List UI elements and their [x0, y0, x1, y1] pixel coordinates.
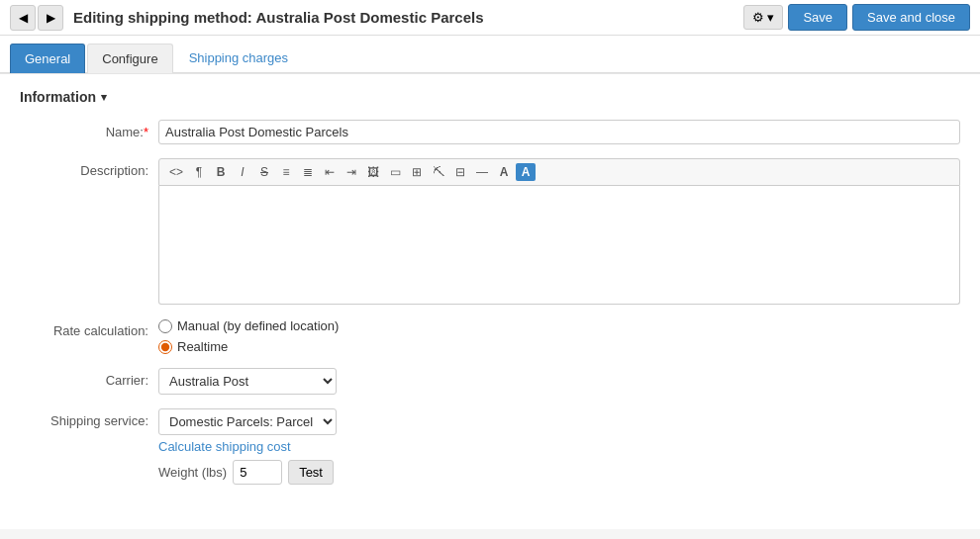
editor-toolbar: <> ¶ B I S ≡ ≣ ⇤ ⇥ 🖼 ▭ ⊞ ⛏ ⊟ — A A: [158, 158, 960, 186]
description-row: Description: <> ¶ B I S ≡ ≣ ⇤ ⇥ 🖼 ▭ ⊞ ⛏ …: [20, 158, 960, 305]
weight-input[interactable]: [233, 460, 282, 485]
name-label: Name:*: [20, 120, 158, 139]
rate-calc-row: Rate calculation: Manual (by defined loc…: [20, 318, 960, 354]
section-label: Information: [20, 89, 96, 105]
carrier-select[interactable]: Australia Post DHL FedEx UPS: [158, 368, 337, 395]
header: ◀ ▶ Editing shipping method: Australia P…: [0, 0, 980, 36]
gear-icon: ⚙: [752, 10, 764, 25]
rate-manual-label: Manual (by defined location): [177, 318, 339, 333]
tab-configure[interactable]: Configure: [87, 44, 172, 73]
description-field-wrap: <> ¶ B I S ≡ ≣ ⇤ ⇥ 🖼 ▭ ⊞ ⛏ ⊟ — A A: [158, 158, 960, 305]
nav-buttons: ◀ ▶: [10, 5, 63, 31]
editor-align-right-btn[interactable]: ⇥: [342, 163, 361, 181]
page-title: Editing shipping method: Australia Post …: [73, 9, 743, 26]
shipping-service-wrap: Domestic Parcels: Parcel Post Express Po…: [158, 408, 960, 485]
rate-realtime-radio[interactable]: [158, 340, 172, 354]
editor-paragraph-btn[interactable]: ¶: [189, 163, 209, 181]
rate-calc-wrap: Manual (by defined location) Realtime: [158, 318, 960, 354]
name-input[interactable]: [158, 120, 960, 144]
save-button[interactable]: Save: [788, 4, 847, 31]
nav-back-icon: ◀: [19, 11, 28, 25]
name-required: *: [144, 125, 148, 139]
test-button[interactable]: Test: [288, 460, 334, 485]
weight-row: Weight (lbs) Test: [158, 460, 960, 485]
editor-strikethrough-btn[interactable]: S: [254, 163, 274, 181]
editor-align-left-btn[interactable]: ⇤: [320, 163, 340, 181]
save-close-button[interactable]: Save and close: [852, 4, 970, 31]
rate-realtime-radio-item[interactable]: Realtime: [158, 339, 960, 354]
tab-general[interactable]: General: [10, 44, 85, 73]
carrier-label: Carrier:: [20, 368, 158, 388]
content-area: Information ▾ Name:* Description: <> ¶ B…: [0, 74, 980, 529]
carrier-row: Carrier: Australia Post DHL FedEx UPS: [20, 368, 960, 395]
header-actions: ⚙ ▾ Save Save and close: [743, 4, 970, 31]
description-label: Description:: [20, 158, 158, 178]
nav-forward-button[interactable]: ▶: [38, 5, 63, 31]
editor-bold-btn[interactable]: B: [211, 163, 231, 181]
editor-link-btn[interactable]: ⛏: [429, 163, 448, 181]
carrier-wrap: Australia Post DHL FedEx UPS: [158, 368, 960, 395]
editor-font-btn[interactable]: A: [494, 163, 514, 181]
rate-manual-radio-item[interactable]: Manual (by defined location): [158, 318, 960, 333]
rate-calc-radio-group: Manual (by defined location) Realtime: [158, 318, 960, 354]
shipping-service-label: Shipping service:: [20, 408, 158, 428]
tab-shipping-charges[interactable]: Shipping charges: [175, 44, 302, 73]
section-collapse-arrow[interactable]: ▾: [101, 91, 107, 104]
nav-back-button[interactable]: ◀: [10, 5, 36, 31]
editor-justify-btn[interactable]: ⊟: [450, 163, 470, 181]
shipping-service-select[interactable]: Domestic Parcels: Parcel Post Express Po…: [158, 408, 337, 435]
editor-italic-btn[interactable]: I: [233, 163, 252, 181]
calculate-shipping-link[interactable]: Calculate shipping cost: [158, 439, 291, 454]
editor-image-btn[interactable]: 🖼: [363, 163, 383, 181]
editor-table-btn[interactable]: ⊞: [407, 163, 427, 181]
gear-button[interactable]: ⚙ ▾: [743, 5, 783, 30]
editor-hr-btn[interactable]: —: [472, 163, 492, 181]
editor-highlight-btn[interactable]: A: [516, 163, 536, 181]
rate-calc-label: Rate calculation:: [20, 318, 158, 338]
tabs-bar: General Configure Shipping charges: [0, 36, 980, 73]
editor-ol-btn[interactable]: ≣: [298, 163, 318, 181]
description-editor[interactable]: [158, 186, 960, 305]
name-row: Name:*: [20, 120, 960, 144]
gear-dropdown-arrow: ▾: [767, 10, 774, 25]
editor-ul-btn[interactable]: ≡: [276, 163, 296, 181]
section-header: Information ▾: [20, 89, 960, 105]
shipping-service-row: Shipping service: Domestic Parcels: Parc…: [20, 408, 960, 485]
weight-label: Weight (lbs): [158, 465, 227, 480]
nav-forward-icon: ▶: [47, 11, 55, 25]
editor-source-btn[interactable]: <>: [165, 163, 187, 181]
rate-realtime-label: Realtime: [177, 339, 228, 354]
name-field-wrap: [158, 120, 960, 144]
rate-manual-radio[interactable]: [158, 319, 172, 333]
editor-video-btn[interactable]: ▭: [385, 163, 405, 181]
